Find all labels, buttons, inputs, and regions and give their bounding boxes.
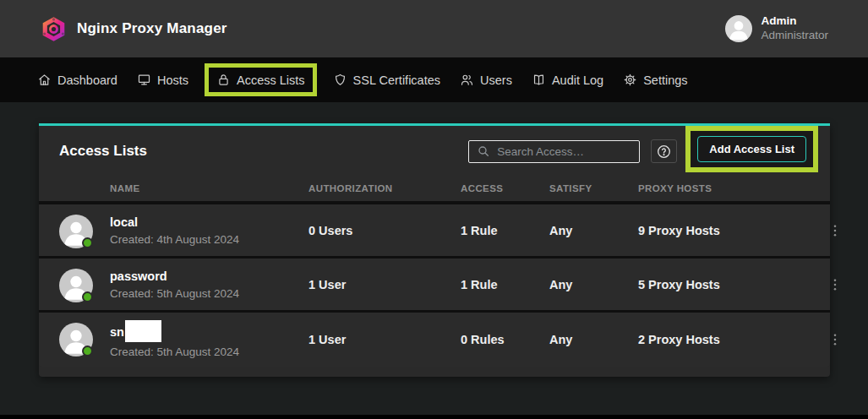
nav-label: Dashboard [57,73,117,87]
access-cell: 1 Rule [461,224,498,237]
user-avatar [725,15,752,42]
access-lists-panel: Access Lists Add Access List NAME AUTHOR… [39,123,830,377]
nav-label: Access Lists [237,73,305,87]
column-header-satisfy: SATISFY [549,183,592,193]
main-nav: Dashboard Hosts Access Lists SSL Certifi… [0,57,868,102]
status-online-dot [82,291,93,302]
shield-icon [333,73,347,87]
book-icon [532,73,546,87]
question-circle-icon [656,144,672,160]
annotation-highlight-nav: Access Lists [205,63,317,96]
proxy-hosts-cell: 5 Proxy Hosts [638,278,720,291]
search-icon [477,144,490,158]
kebab-menu-icon [827,332,843,347]
column-header-proxy-hosts: PROXY HOSTS [638,183,712,193]
help-button[interactable] [651,139,677,163]
app-logo-icon [41,16,67,42]
table-row[interactable]: password Created: 5th August 2024 1 User… [39,258,830,313]
access-list-name: local [110,214,239,231]
access-list-name: password [110,268,239,286]
authorization-cell: 0 Users [308,224,352,237]
status-online-dot [82,346,93,356]
nav-label: Audit Log [552,73,603,87]
table-header: NAME AUTHORIZATION ACCESS SATISFY PROXY … [39,177,830,204]
access-cell: 1 Rule [461,278,498,291]
app-title: Nginx Proxy Manager [77,20,227,37]
nav-label: Hosts [157,73,188,87]
search-box [468,140,640,163]
bottom-edge-strip [0,415,868,419]
nav-label: Users [480,73,512,87]
row-menu-button[interactable] [825,272,845,297]
access-list-name: sn [110,322,239,344]
add-access-list-button[interactable]: Add Access List [697,136,806,162]
proxy-hosts-cell: 2 Proxy Hosts [638,333,720,346]
gear-icon [623,73,637,87]
access-cell: 0 Rules [461,333,505,346]
authorization-cell: 1 User [308,278,346,291]
kebab-menu-icon [827,223,843,238]
authorization-cell: 1 User [308,333,346,346]
nav-item-hosts[interactable]: Hosts [137,73,188,87]
nav-item-ssl-certificates[interactable]: SSL Certificates [333,73,440,87]
user-role: Administrator [761,29,828,43]
nav-item-audit-log[interactable]: Audit Log [532,73,603,87]
redaction-box [125,320,161,342]
created-date: Created: 4th August 2024 [110,231,239,248]
column-header-access: ACCESS [461,183,503,193]
proxy-hosts-cell: 9 Proxy Hosts [638,224,720,237]
users-icon [460,73,474,87]
nav-item-dashboard[interactable]: Dashboard [37,73,117,87]
column-header-name: NAME [110,183,139,193]
kebab-menu-icon [827,277,843,292]
user-name: Admin [761,14,828,29]
page-title: Access Lists [59,143,468,160]
status-online-dot [82,237,93,248]
search-input[interactable] [497,145,631,158]
nav-label: SSL Certificates [353,73,440,87]
annotation-highlight-button: Add Access List [685,126,818,172]
table-row[interactable]: local Created: 4th August 2024 0 Users 1… [39,204,830,258]
home-icon [37,73,52,87]
row-menu-button[interactable] [825,327,845,352]
monitor-icon [137,73,151,87]
nav-item-settings[interactable]: Settings [623,73,687,87]
row-menu-button[interactable] [825,218,845,243]
nav-item-access-lists[interactable]: Access Lists [216,73,305,87]
created-date: Created: 5th August 2024 [110,286,239,302]
lock-icon [216,73,231,87]
app-header: Nginx Proxy Manager Admin Administrator [0,0,868,57]
user-menu[interactable]: Admin Administrator [725,14,828,43]
satisfy-cell: Any [549,333,572,346]
satisfy-cell: Any [549,224,572,237]
column-header-authorization: AUTHORIZATION [308,183,393,193]
created-date: Created: 5th August 2024 [110,344,239,361]
nav-item-users[interactable]: Users [460,73,512,87]
satisfy-cell: Any [549,278,572,291]
panel-header: Access Lists Add Access List [39,126,830,177]
nav-label: Settings [643,73,687,87]
table-row[interactable]: sn Created: 5th August 2024 1 User 0 Rul… [39,313,830,367]
